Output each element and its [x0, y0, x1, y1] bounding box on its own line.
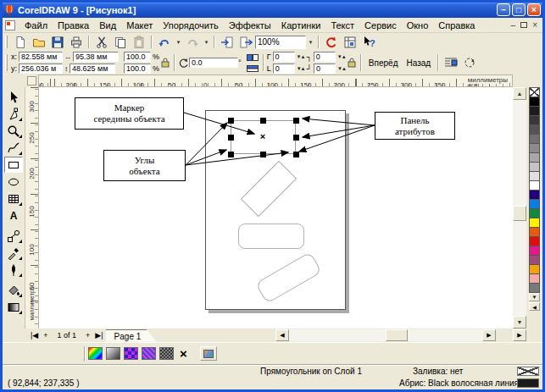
add-page-after-button[interactable]: +	[83, 329, 92, 341]
zoom-dropdown[interactable]: ▾	[306, 34, 315, 50]
minimize-button[interactable]: –	[497, 3, 510, 16]
menu-item[interactable]: Картинки	[276, 19, 326, 32]
import-button[interactable]	[218, 34, 236, 50]
menu-item[interactable]: Справка	[433, 19, 480, 32]
selection-handle-bottom-right[interactable]	[293, 152, 299, 157]
scroll-corner-button[interactable]: ▶	[513, 329, 526, 341]
page-tab[interactable]: Page 1	[106, 329, 157, 342]
toolbar-grip[interactable]	[5, 36, 8, 48]
fill-tool[interactable]	[4, 282, 23, 298]
rectangle-tool[interactable]	[4, 157, 23, 173]
forward-button[interactable]: Вперёд	[364, 55, 403, 70]
print-button[interactable]	[67, 34, 86, 50]
corner-radius-tr-field[interactable]: 0	[314, 52, 336, 62]
add-page-before-button[interactable]: +	[41, 329, 50, 341]
selection-handle-middle-right[interactable]	[293, 135, 299, 141]
pattern-fill-icon[interactable]	[124, 347, 138, 360]
scroll-down-button[interactable]: ▼	[513, 316, 526, 329]
close-button[interactable]: ×	[527, 3, 541, 16]
x-position-field[interactable]: 82.558 мм	[19, 52, 63, 62]
interactive-fill-tool[interactable]	[4, 299, 23, 315]
scroll-left-button[interactable]: ◀	[275, 329, 289, 341]
postscript-fill-icon[interactable]	[159, 347, 174, 360]
scale-v-field[interactable]: 100.0	[124, 63, 151, 74]
redo-button[interactable]	[183, 34, 202, 50]
corner-radius-tl-field[interactable]: 0	[273, 52, 295, 62]
ellipse-tool[interactable]	[4, 174, 23, 190]
vertical-ruler[interactable]: 30025020015010050 миллиметры	[25, 87, 39, 329]
paste-button[interactable]	[130, 34, 148, 50]
open-button[interactable]	[30, 34, 48, 50]
wrap-paragraph-text-button[interactable]	[442, 55, 460, 71]
menu-item[interactable]: Файл	[19, 19, 53, 32]
corner-bl-spinner[interactable]: ▼▲	[297, 66, 305, 71]
mdi-restore-button[interactable]	[520, 22, 527, 28]
rotated-rounded-rectangle-shape[interactable]	[255, 251, 322, 304]
vertical-scrollbar[interactable]: ▲ ▼	[513, 87, 526, 329]
back-button[interactable]: Назад	[402, 55, 435, 70]
corner-radius-br-field[interactable]: 0	[314, 63, 336, 74]
palette-expand-button[interactable]: ◀	[529, 302, 540, 311]
corner-radius-bl-field[interactable]: 0	[273, 63, 295, 74]
fountain-fill-icon[interactable]	[106, 347, 120, 360]
color-docker-icon[interactable]	[200, 346, 217, 361]
palette-scroll-down-button[interactable]: ▼	[529, 293, 540, 301]
undo-button[interactable]	[155, 34, 174, 50]
menu-item[interactable]: Вид	[94, 19, 121, 32]
selection-handle-top-left[interactable]	[228, 118, 234, 124]
menu-item[interactable]: Эффекты	[224, 19, 276, 32]
object-center-marker[interactable]: ×	[258, 131, 268, 141]
copy-button[interactable]	[111, 34, 130, 50]
rotated-rectangle-shape[interactable]	[241, 161, 297, 217]
toolbar-grip[interactable]	[5, 54, 8, 71]
menu-item[interactable]: Окно	[402, 19, 434, 32]
corner-lock-icon[interactable]	[346, 55, 358, 71]
object-width-field[interactable]: 95.38 мм	[73, 52, 119, 62]
undo-dropdown[interactable]: ▾	[174, 34, 183, 50]
document-icon[interactable]	[5, 20, 15, 30]
graph-paper-tool[interactable]	[4, 190, 23, 207]
pick-tool[interactable]	[4, 89, 23, 105]
menu-item[interactable]: Макет	[121, 19, 158, 32]
selection-handle-bottom-left[interactable]	[228, 152, 234, 157]
rotation-angle-field[interactable]: 0.0	[189, 58, 238, 68]
export-button[interactable]	[236, 34, 255, 50]
rounded-rectangle-shape[interactable]	[238, 224, 304, 249]
mirror-vertical-button[interactable]	[245, 63, 260, 73]
selection-handle-middle-left[interactable]	[228, 135, 234, 141]
text-tool[interactable]: A	[4, 207, 23, 224]
menu-item[interactable]: Правка	[53, 19, 94, 32]
scale-lock-icon[interactable]	[159, 55, 171, 71]
palette-swatch[interactable]	[529, 283, 540, 293]
scroll-up-button[interactable]: ▲	[513, 87, 526, 100]
texture-fill-icon[interactable]	[142, 347, 156, 360]
color-fill-icon[interactable]	[88, 347, 103, 360]
horizontal-ruler[interactable]: 25020015010050050100150200250300350400 м…	[39, 75, 513, 87]
convert-to-curves-button[interactable]	[460, 55, 479, 71]
menu-item[interactable]: Сервис	[359, 19, 402, 32]
corner-tr-spinner[interactable]: ▼▲	[337, 54, 346, 59]
object-height-field[interactable]: 48.625 мм	[70, 63, 115, 74]
ruler-origin-corner[interactable]	[3, 75, 39, 87]
interactive-blend-tool[interactable]	[4, 228, 23, 244]
new-document-button[interactable]	[11, 34, 30, 50]
y-position-field[interactable]: 256.036 м	[19, 63, 63, 74]
horizontal-scroll-thumb[interactable]	[386, 329, 408, 341]
no-fill-icon[interactable]: ×	[177, 347, 190, 360]
vertical-scroll-thumb[interactable]	[513, 206, 526, 221]
horizontal-scrollbar[interactable]: ◀ ▶	[275, 329, 496, 341]
mdi-minimize-button[interactable]: –	[511, 21, 516, 30]
scroll-right-button[interactable]: ▶	[482, 329, 496, 341]
cut-button[interactable]	[92, 34, 111, 50]
zoom-tool[interactable]	[4, 123, 23, 139]
scale-h-field[interactable]: 100.0	[124, 52, 151, 62]
mirror-horizontal-button[interactable]	[245, 52, 260, 62]
drawing-canvas[interactable]: × Маркер середины объекта Углы объекта П…	[39, 87, 513, 329]
corner-tl-spinner[interactable]: ▼▲	[297, 54, 305, 59]
refresh-button[interactable]	[322, 34, 341, 50]
first-page-button[interactable]: |◀	[28, 329, 41, 341]
shape-tool[interactable]	[4, 106, 23, 122]
eyedropper-tool[interactable]	[4, 245, 23, 261]
zoom-level-combo[interactable]: 100%	[255, 36, 306, 49]
corner-br-spinner[interactable]: ▼▲	[337, 66, 346, 71]
